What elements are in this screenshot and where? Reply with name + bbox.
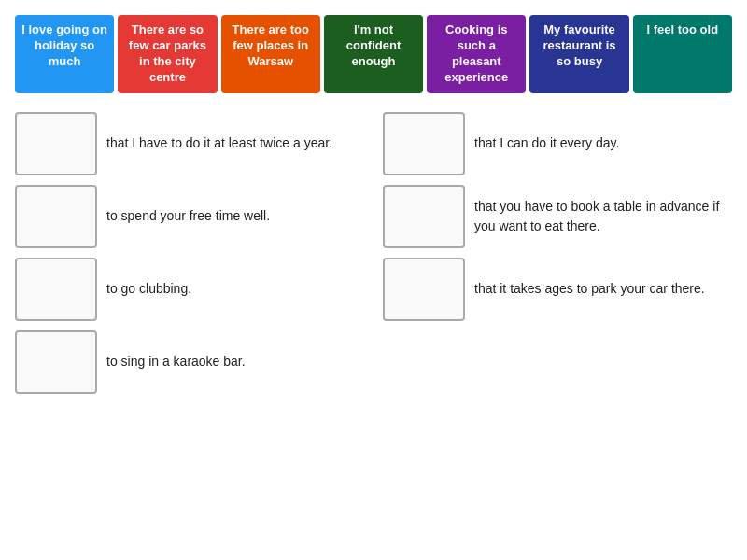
card-6[interactable]: My favourite restaurant is so busy	[529, 15, 628, 93]
drop-box-right-2[interactable]	[383, 185, 465, 248]
left-match-text-1: that I have to do it at least twice a ye…	[106, 133, 332, 153]
right-match-text-1: that I can do it every day.	[474, 133, 619, 153]
drop-box-right-3[interactable]	[383, 258, 465, 321]
left-match-text-4: to sing in a karaoke bar.	[106, 352, 246, 371]
right-match-row-1: that I can do it every day.	[383, 112, 732, 175]
left-match-row-2: to spend your free time well.	[15, 185, 364, 248]
drop-box-right-1[interactable]	[383, 112, 465, 175]
right-match-row-2: that you have to book a table in advance…	[383, 185, 732, 248]
card-2[interactable]: There are so few car parks in the city c…	[118, 15, 217, 93]
right-match-col: that I can do it every day. that you hav…	[383, 112, 732, 394]
main-container: I love going on holiday so much There ar…	[0, 0, 747, 409]
right-match-text-3: that it takes ages to park your car ther…	[474, 279, 705, 299]
left-match-row-1: that I have to do it at least twice a ye…	[15, 112, 364, 175]
card-5[interactable]: Cooking is such a pleasant experience	[427, 15, 526, 93]
card-3[interactable]: There are too few places in Warsaw	[221, 15, 320, 93]
left-match-col: that I have to do it at least twice a ye…	[15, 112, 364, 394]
cards-row: I love going on holiday so much There ar…	[15, 15, 732, 93]
left-match-text-2: to spend your free time well.	[106, 206, 270, 226]
card-4[interactable]: I'm not confident enough	[324, 15, 423, 93]
left-match-text-3: to go clubbing.	[106, 279, 191, 299]
drop-box-left-1[interactable]	[15, 112, 97, 175]
card-1[interactable]: I love going on holiday so much	[15, 15, 114, 93]
drop-box-left-4[interactable]	[15, 330, 97, 394]
left-match-row-4: to sing in a karaoke bar.	[15, 330, 364, 394]
match-area: that I have to do it at least twice a ye…	[15, 112, 732, 394]
right-match-row-3: that it takes ages to park your car ther…	[383, 258, 732, 321]
card-7[interactable]: I feel too old	[633, 15, 732, 93]
left-match-row-3: to go clubbing.	[15, 258, 364, 321]
drop-box-left-3[interactable]	[15, 258, 97, 321]
right-match-text-2: that you have to book a table in advance…	[474, 197, 732, 236]
drop-box-left-2[interactable]	[15, 185, 97, 248]
